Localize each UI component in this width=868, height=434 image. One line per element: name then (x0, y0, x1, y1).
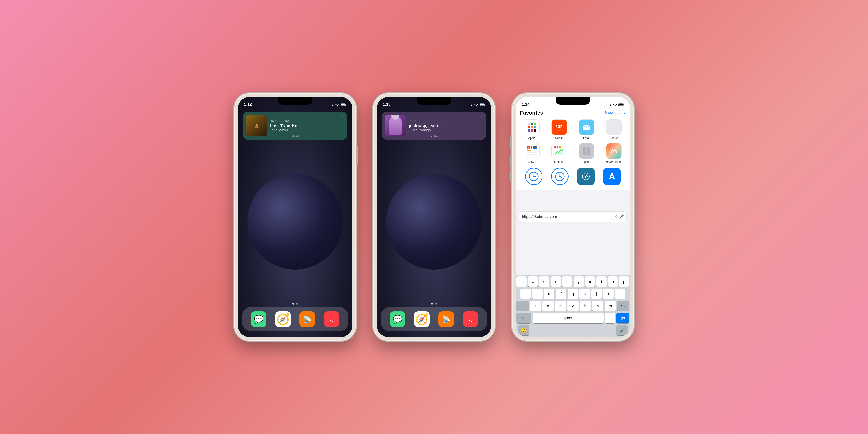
svg-point-20 (557, 126, 559, 127)
wallpaper-circle-2 (386, 174, 482, 270)
show-less-button[interactable]: Show Less ∨ (604, 111, 626, 115)
widget-source-1: Music (291, 134, 299, 137)
fav-email[interactable]: Email (574, 119, 599, 140)
email-icon-wrap (579, 119, 594, 135)
key-m[interactable]: m (605, 301, 616, 311)
key-x[interactable]: x (542, 301, 553, 311)
key-l[interactable]: l (615, 289, 625, 299)
clock-icon-2[interactable] (551, 168, 568, 185)
fav-search[interactable]: Search (601, 119, 627, 140)
widget-artist-1: John Mayer (270, 128, 344, 132)
overcast-icon-2[interactable]: 📡 (438, 311, 454, 327)
key-b[interactable]: b (580, 301, 591, 311)
location-icon-3: ▲ (609, 103, 612, 107)
wallpaper-circle-1 (247, 174, 343, 270)
fav-taxes[interactable]: Taxes (574, 143, 599, 164)
clock-icon-1[interactable] (525, 168, 542, 185)
svg-rect-44 (583, 152, 586, 155)
safari-icon-2[interactable]: 🧭 (414, 311, 430, 327)
fav-news[interactable]: A News (519, 143, 545, 164)
taxes-icon-wrap (579, 143, 594, 159)
widget-status-1: NOW PLAYING (270, 119, 344, 122)
key-row-3: ⇧ z x c v b n m ⌫ (517, 301, 629, 311)
safari-icon[interactable]: 🧭 (275, 311, 291, 327)
phone-2: 1:13 ▲ PAUSED jealousy, jealo... (373, 93, 495, 341)
wifi-icon (336, 103, 339, 107)
wordpress-icon[interactable]: W (577, 168, 595, 185)
fav-finance[interactable]: Finance (547, 143, 572, 164)
svg-point-21 (560, 126, 561, 127)
key-space[interactable]: space (532, 313, 604, 323)
key-e[interactable]: e (539, 276, 550, 287)
music-icon-2[interactable]: ♫ (463, 311, 478, 327)
key-g[interactable]: g (568, 289, 578, 299)
phone-1-screen: 1:12 ▲ ♫ NOW PLAYING Last T (238, 97, 352, 337)
key-q[interactable]: q (517, 276, 527, 287)
key-dictation[interactable]: 🎤 (616, 325, 627, 336)
url-clear-icon[interactable]: ✕ (614, 214, 617, 219)
key-123[interactable]: 123 (517, 313, 531, 323)
fav-reddit[interactable]: Reddit (547, 119, 572, 140)
key-shift[interactable]: ⇧ (517, 301, 529, 311)
notch-3 (556, 97, 590, 104)
key-a[interactable]: a (520, 289, 531, 299)
messages-icon-2[interactable]: 💬 (390, 311, 405, 327)
wifi-icon-3 (613, 103, 617, 107)
url-text[interactable]: https://9to5mac.com (522, 214, 612, 219)
key-t[interactable]: t (562, 276, 572, 287)
url-bar[interactable]: https://9to5mac.com ✕ 🎤 (519, 211, 627, 222)
reddit-icon-wrap (551, 119, 567, 135)
key-period[interactable]: . (605, 313, 615, 323)
svg-rect-35 (533, 148, 537, 149)
key-y[interactable]: y (574, 276, 584, 287)
font-a-icon[interactable]: A (603, 168, 621, 185)
svg-rect-45 (587, 152, 590, 155)
safari-header: 1:14 ▲ Cancel (516, 97, 630, 190)
widget-title-1: Last Train Ho... (270, 123, 344, 128)
microphone-icon[interactable]: 🎤 (619, 214, 624, 219)
key-d[interactable]: d (544, 289, 554, 299)
finance-icon-wrap (551, 143, 567, 159)
svg-point-50 (533, 176, 534, 177)
key-row-4: 123 space . go (517, 313, 629, 323)
key-n[interactable]: n (592, 301, 603, 311)
key-u[interactable]: u (585, 276, 595, 287)
key-j[interactable]: j (591, 289, 602, 299)
apple-icon-wrap (524, 119, 540, 135)
svg-rect-1 (341, 104, 345, 105)
key-v[interactable]: v (567, 301, 578, 311)
svg-rect-10 (531, 123, 533, 125)
key-r[interactable]: r (551, 276, 561, 287)
svg-rect-17 (534, 129, 536, 131)
key-w[interactable]: w (528, 276, 538, 287)
favorites-grid-row1: Apple (516, 117, 630, 166)
fav-925[interactable]: 925Partners (601, 143, 627, 164)
key-delete[interactable]: ⌫ (617, 301, 629, 311)
key-emoji[interactable]: 🙂 (518, 325, 529, 336)
fav-apple[interactable]: Apple (519, 119, 545, 140)
key-f[interactable]: f (556, 289, 566, 299)
overcast-icon[interactable]: 📡 (300, 311, 315, 327)
battery-icon (341, 103, 346, 107)
key-o[interactable]: o (608, 276, 618, 287)
key-z[interactable]: z (530, 301, 541, 311)
key-i[interactable]: i (596, 276, 607, 287)
phone-1: 1:12 ▲ ♫ NOW PLAYING Last T (235, 93, 356, 341)
svg-rect-33 (527, 152, 537, 153)
music-icon[interactable]: ♫ (324, 311, 339, 327)
key-k[interactable]: k (603, 289, 614, 299)
dot-1 (292, 303, 294, 305)
key-s[interactable]: s (532, 289, 542, 299)
svg-rect-32 (527, 150, 531, 152)
key-p[interactable]: p (619, 276, 629, 287)
svg-rect-9 (528, 123, 530, 125)
messages-icon[interactable]: 💬 (251, 311, 267, 327)
status-icons-1: ▲ (331, 103, 346, 107)
key-go[interactable]: go (616, 313, 629, 323)
location-icon-2: ▲ (470, 103, 473, 107)
paused-widget-2[interactable]: PAUSED jealousy, jealo... Olivia Rodrigo… (382, 112, 486, 140)
now-playing-widget-1[interactable]: ♫ NOW PLAYING Last Train Ho... John Maye… (243, 112, 347, 140)
key-h[interactable]: h (579, 289, 590, 299)
key-c[interactable]: c (555, 301, 566, 311)
search-label: Search (609, 136, 618, 140)
